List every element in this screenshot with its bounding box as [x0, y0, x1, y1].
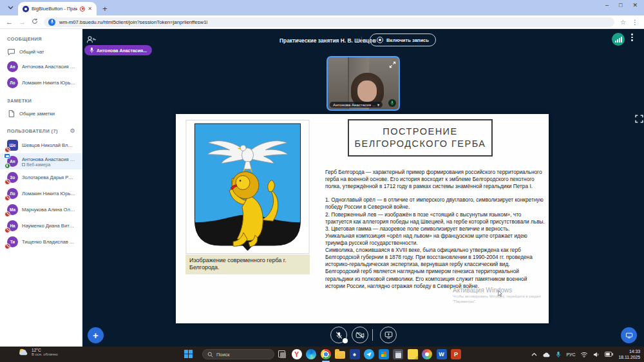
options-menu-icon[interactable] [631, 33, 633, 41]
bookmark-star-icon[interactable]: ☆ [620, 19, 626, 26]
users-settings-gear-icon[interactable]: ⚙ [70, 128, 75, 134]
language-indicator[interactable]: РУС [566, 352, 575, 357]
webcam-tile[interactable]: Антонова Анастасия ...▾ [327, 56, 400, 111]
sidebar-item-shared-notes[interactable]: Общие заметки [0, 107, 82, 120]
mic-on-badge [5, 163, 10, 169]
user-list-item[interactable]: На Науменко Диана Витальевна [0, 218, 82, 234]
avatar-initials: На [10, 224, 15, 228]
user-list-item[interactable]: Ан Антонова Анастасия Алексеевна Веб-кам… [0, 153, 82, 169]
talking-indicator-label: Антонова Анастасия... [97, 48, 147, 53]
taskbar-sticky-notes-icon[interactable] [408, 349, 418, 359]
notes-icon [7, 110, 15, 118]
window-close-icon[interactable]: ✕ [632, 2, 638, 8]
forward-icon[interactable]: → [19, 19, 26, 26]
avatar: Ло [7, 77, 18, 88]
user-name: Марчукова Алина Олеговна [22, 207, 75, 213]
browser-tab[interactable]: BigBlueButton - Практичес ✕ [18, 2, 97, 15]
presentation-fullscreen-icon[interactable] [635, 114, 643, 126]
window-minimize-icon[interactable]: – [605, 2, 609, 8]
taskbar-solitaire-icon[interactable]: ♠ [350, 349, 360, 359]
avatar-initials: Ан [10, 64, 15, 69]
sidebar-item-public-chat[interactable]: Общий чат [0, 45, 82, 59]
user-name: Шевцов Николай Владими... (Вы) [22, 142, 75, 148]
tray-chevron-up-icon[interactable] [531, 352, 537, 356]
taskbar-store-icon[interactable] [379, 349, 389, 359]
mic-muted-badge [5, 195, 10, 201]
restore-presentation-button[interactable] [621, 327, 637, 343]
user-list-item[interactable]: Ма Марчукова Алина Олеговна [0, 202, 82, 218]
taskbar-edge-icon[interactable] [306, 349, 316, 359]
taskbar-clock[interactable]: 14:33 18.11.2025 [618, 348, 640, 360]
user-name: Науменко Диана Витальевна [22, 223, 75, 229]
actions-plus-button[interactable]: + [88, 327, 104, 343]
mic-muted-badge [5, 147, 10, 153]
battery-icon[interactable] [605, 352, 613, 357]
screenshare-button[interactable] [380, 327, 397, 343]
mic-muted-badge [5, 227, 10, 233]
tab-close-icon[interactable]: ✕ [88, 6, 92, 12]
tab-recording-icon [80, 6, 85, 12]
browser-tab-strip: BigBlueButton - Практичес ✕ + – □ ✕ [0, 0, 644, 15]
avatar: Ло [7, 188, 18, 199]
reload-icon[interactable] [32, 18, 38, 26]
window-maximize-icon[interactable]: □ [619, 2, 622, 8]
start-button[interactable] [184, 350, 193, 359]
tab-search-button[interactable] [5, 3, 15, 13]
taskbar-explorer-icon[interactable] [335, 351, 345, 359]
mute-microphone-button[interactable] [330, 327, 347, 343]
url-text: wm-m07.bsuedu.ru/html5client/join?sessio… [59, 19, 207, 25]
avatar-initials: Ти [10, 240, 15, 244]
user-list-item[interactable]: Ти Тищенко Владислав Дмитриевич [0, 234, 82, 250]
paragraph: Уникальная композиция «орёл над львом» н… [325, 233, 548, 247]
header-divider: | [361, 35, 363, 43]
taskbar-powerpoint-icon[interactable]: P [451, 349, 461, 359]
window-controls: – □ ✕ [605, 2, 638, 8]
back-icon[interactable]: ← [6, 19, 13, 26]
webcam-name-label[interactable]: Антонова Анастасия ...▾ [330, 102, 383, 108]
talking-indicator[interactable]: Антонова Анастасия... [84, 45, 152, 55]
taskbar-search-box[interactable]: Поиск [202, 349, 274, 359]
slide-title: ПОСТРОЕНИЕ БЕЛГОРОДСКОГО ГЕРБА [349, 126, 491, 150]
mic-muted-badge [5, 179, 10, 185]
sidebar-item-chat-lomakin[interactable]: Ло Ломакин Никита Юрьевич [0, 75, 82, 91]
taskbar-calculator-icon[interactable] [393, 349, 403, 359]
user-list-item[interactable]: Ше Шевцов Николай Владими... (Вы) [0, 137, 82, 153]
record-button-label: Включить запись [386, 37, 429, 43]
sidebar-item-chat-antonova[interactable]: Ан Антонова Анастасия Алексеевна [0, 59, 82, 75]
windows-taskbar: 12°C В осн. облачно Поиск Y ♠ W P [0, 347, 644, 362]
taskbar-task-view-icon[interactable] [277, 349, 287, 359]
start-recording-button[interactable]: Включить запись [370, 33, 436, 46]
paragraph: Герб Белгорода — характерный пример форм… [325, 169, 548, 190]
bigbluebutton-app: СООБЩЕНИЯ Общий чат Ан Антонова Анастаси… [0, 29, 644, 347]
mic-in-use-icon [48, 19, 55, 26]
avatar-initials: Ло [10, 191, 15, 196]
connection-status-icon[interactable] [612, 33, 625, 46]
new-tab-button[interactable]: + [102, 4, 108, 14]
user-list-item[interactable]: Зо Золотарева Дарья Романовна [0, 169, 82, 186]
taskbar-chrome-icon[interactable] [321, 349, 331, 359]
search-icon [207, 352, 213, 357]
notes-header: ЗАМЕТКИ [7, 98, 75, 104]
browser-menu-icon[interactable]: ⋮ [632, 19, 638, 26]
avatar: Ан [7, 61, 18, 72]
user-list-item[interactable]: Ло Ломакин Никита Юрьевич [0, 186, 82, 202]
taskbar-word-icon[interactable]: W [437, 349, 447, 359]
user-name: Антонова Анастасия Алексеевна [22, 157, 75, 162]
avatar-initials: Ма [10, 207, 15, 212]
webcam-mic-badge [388, 99, 396, 107]
windows-activation-watermark: Активация Windows Чтобы активировать Win… [453, 287, 541, 304]
paragraph: Символика, сложившаяся в XVIII веке, был… [325, 247, 548, 268]
weather-widget[interactable]: 12°C В осн. облачно [18, 348, 58, 356]
avatar: Ан [7, 156, 18, 167]
speaker-icon[interactable] [593, 352, 600, 357]
taskbar-telegram-icon[interactable] [364, 349, 374, 359]
wifi-icon[interactable] [580, 352, 588, 357]
taskbar-paint-icon[interactable] [422, 349, 432, 359]
address-bar[interactable]: wm-m07.bsuedu.ru/html5client/join?sessio… [44, 17, 614, 27]
webcam-fullscreen-icon[interactable] [389, 59, 396, 71]
taskbar-yandex-icon[interactable]: Y [292, 349, 302, 359]
tray-microphone-icon[interactable] [556, 351, 561, 358]
onedrive-icon[interactable] [542, 352, 551, 357]
chat-name: Антонова Анастасия Алексеевна [22, 64, 75, 70]
webcam-off-button[interactable] [352, 327, 368, 343]
